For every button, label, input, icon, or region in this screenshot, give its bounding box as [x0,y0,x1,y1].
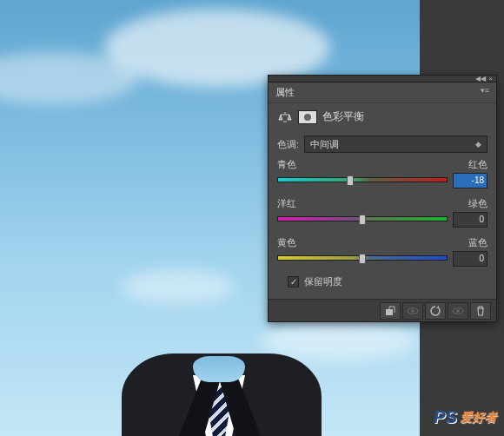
slider-right-label: 蓝色 [468,236,487,249]
collapse-icon[interactable]: ◀◀ [475,76,486,83]
slider-knob[interactable] [359,254,366,264]
svg-point-2 [411,309,414,312]
adjustment-header: 色彩平衡 [269,103,496,130]
slider-left-label: 青色 [277,158,296,171]
slider-left-label: 洋红 [277,197,296,210]
delete-button[interactable] [470,302,491,320]
tone-select[interactable]: 中间调 ◆ [304,135,487,153]
close-icon[interactable]: × [488,76,493,83]
dropdown-caret-icon: ◆ [475,140,481,149]
suit-figure [122,332,322,436]
svg-rect-0 [386,309,393,315]
slider-left-label: 黄色 [277,236,296,249]
slider-knob[interactable] [359,215,366,225]
tone-label: 色调: [277,138,299,151]
slider-track[interactable] [277,254,448,263]
slider-knob[interactable] [347,175,354,186]
slider-right-label: 绿色 [468,197,487,210]
panel-title-bar[interactable]: 属性 ▾≡ [269,83,496,103]
slider-value-input[interactable]: 0 [453,251,487,267]
slider-right-label: 红色 [468,158,487,171]
adjustment-name: 色彩平衡 [322,109,364,124]
panel-tabbar[interactable]: ◀◀ × [269,76,496,83]
cloud-shape [122,269,235,304]
slider-value-input[interactable]: 0 [453,212,487,228]
preserve-luminosity-checkbox[interactable]: ✓ [288,276,299,287]
panel-menu-icon[interactable]: ▾≡ [481,86,489,99]
view-previous-button[interactable] [402,302,423,320]
reset-button[interactable] [425,302,446,320]
color-balance-icon [277,111,293,123]
slider-track[interactable] [277,215,448,224]
clip-to-layer-button[interactable] [380,302,401,320]
svg-point-4 [456,309,459,312]
toggle-visibility-button[interactable] [448,302,468,320]
tone-value: 中间调 [310,138,339,151]
panel-title: 属性 [275,86,295,99]
preserve-luminosity-label: 保留明度 [304,275,342,288]
slider-value-input[interactable]: -18 [453,173,487,188]
layer-mask-icon[interactable] [298,110,317,124]
panel-footer [269,299,496,321]
slider-track[interactable] [277,176,448,185]
properties-panel: ◀◀ × 属性 ▾≡ 色彩平衡 色调: 中间调 ◆ 青色 红色 [268,75,497,322]
color-slider-row: 黄色 蓝色 0 [277,236,487,267]
color-slider-row: 洋红 绿色 0 [277,197,487,228]
color-slider-row: 青色 红色 -18 [277,158,487,188]
